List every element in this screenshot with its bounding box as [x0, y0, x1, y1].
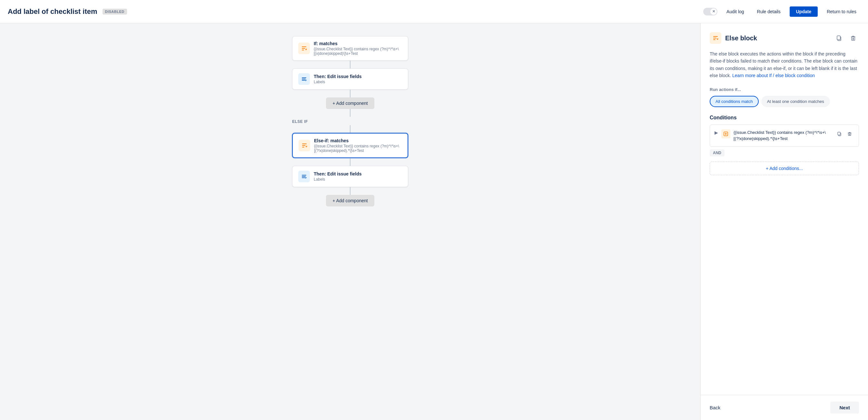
toggle-container[interactable]: ✕	[703, 8, 717, 16]
connector-3	[350, 109, 350, 117]
connector-5	[350, 158, 350, 166]
if-node-icon	[298, 42, 310, 54]
toggle-knob: ✕	[710, 8, 717, 15]
back-button[interactable]: Back	[710, 405, 720, 410]
else-if-icon	[299, 140, 310, 151]
then-1-node[interactable]: Then: Edit issue fields Labels	[292, 68, 408, 90]
else-if-subtitle: {{issue.Checklist Text}} contains regex …	[314, 144, 402, 153]
then-1-title: Then: Edit issue fields	[314, 74, 362, 79]
audit-log-link[interactable]: Audit log	[722, 6, 748, 17]
panel-actions	[833, 32, 859, 44]
if-matches-node[interactable]: If: matches {{issue.Checklist Text}} con…	[292, 36, 408, 61]
else-if-title: Else-if: matches	[314, 138, 402, 143]
learn-more-link[interactable]: Learn more about If / else block conditi…	[732, 73, 815, 78]
then-1-content: Then: Edit issue fields Labels	[314, 74, 362, 84]
condition-text: {{issue.Checklist Text}} contains regex …	[734, 129, 832, 142]
condition-icon	[721, 129, 730, 139]
svg-rect-7	[851, 37, 855, 40]
canvas-area: If: matches {{issue.Checklist Text}} con…	[0, 23, 700, 420]
add-conditions-button[interactable]: + Add conditions...	[710, 161, 859, 175]
else-if-content: Else-if: matches {{issue.Checklist Text}…	[314, 138, 402, 153]
flow-container: If: matches {{issue.Checklist Text}} con…	[286, 36, 415, 206]
toggle-switch[interactable]: ✕	[703, 8, 717, 16]
condition-duplicate-button[interactable]	[835, 129, 844, 139]
condition-delete-button[interactable]	[845, 129, 854, 139]
svg-rect-11	[848, 133, 851, 136]
connector-2	[350, 90, 350, 97]
then-1-icon	[298, 73, 310, 85]
return-to-rules-link[interactable]: Return to rules	[823, 6, 860, 17]
toggle-x-icon: ✕	[712, 9, 715, 13]
and-label: AND	[710, 149, 859, 159]
add-component-1-button[interactable]: + Add component	[326, 97, 374, 109]
header: Add label of checklist item DISABLED ✕ A…	[0, 0, 868, 23]
all-conditions-match-button[interactable]: All conditions match	[710, 96, 759, 107]
condition-item: ▶ {{issue.Checklist Text}} contains rege…	[710, 124, 859, 147]
condition-chevron-icon[interactable]: ▶	[715, 130, 718, 135]
rule-details-link[interactable]: Rule details	[753, 6, 784, 17]
connector-4	[350, 125, 350, 133]
then-2-subtitle: Labels	[314, 177, 362, 182]
if-node-subtitle: {{issue.Checklist Text}} contains regex …	[314, 47, 402, 56]
update-button[interactable]: Update	[789, 6, 818, 17]
duplicate-button[interactable]	[833, 32, 845, 44]
panel-icon	[710, 32, 721, 44]
if-node-content: If: matches {{issue.Checklist Text}} con…	[314, 41, 402, 56]
panel-description: The else block executes the actions with…	[710, 50, 859, 79]
panel-title-row: Else block	[710, 32, 757, 44]
right-panel: Else block	[700, 23, 868, 420]
then-2-icon	[298, 171, 310, 182]
then-2-content: Then: Edit issue fields Labels	[314, 171, 362, 182]
svg-rect-10	[838, 132, 840, 135]
page-title: Add label of checklist item	[8, 7, 97, 16]
disabled-badge: DISABLED	[102, 9, 127, 14]
else-if-label: ELSE IF	[292, 119, 308, 124]
connector-1	[350, 61, 350, 68]
then-1-subtitle: Labels	[314, 80, 362, 84]
else-if-node[interactable]: Else-if: matches {{issue.Checklist Text}…	[292, 133, 408, 158]
if-node-title: If: matches	[314, 41, 402, 46]
panel-footer: Back Next	[701, 395, 868, 420]
svg-rect-6	[837, 36, 840, 40]
condition-match-row: All conditions match At least one condit…	[710, 96, 859, 107]
add-component-2-button[interactable]: + Add component	[326, 195, 374, 206]
panel-inner: Else block	[701, 23, 868, 395]
run-actions-label: Run actions if...	[710, 87, 859, 92]
conditions-label: Conditions	[710, 115, 859, 121]
panel-title: Else block	[725, 34, 757, 42]
panel-header: Else block	[710, 32, 859, 44]
then-2-node[interactable]: Then: Edit issue fields Labels	[292, 166, 408, 187]
then-2-title: Then: Edit issue fields	[314, 171, 362, 176]
connector-6	[350, 187, 350, 195]
delete-button[interactable]	[847, 32, 859, 44]
next-button[interactable]: Next	[830, 401, 859, 414]
at-least-one-condition-button[interactable]: At least one condition matches	[761, 96, 830, 107]
main-layout: If: matches {{issue.Checklist Text}} con…	[0, 23, 868, 420]
condition-actions	[835, 129, 854, 139]
